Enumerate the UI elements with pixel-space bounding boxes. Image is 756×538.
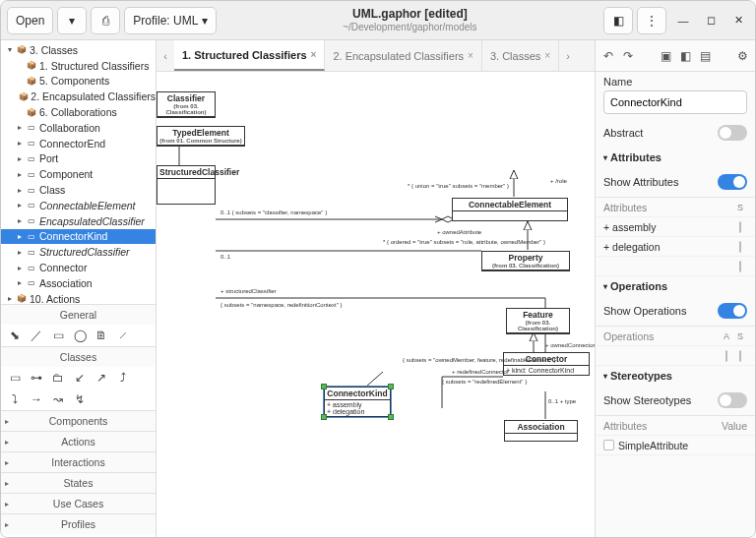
uml-connector[interactable]: Connector + kind: ConnectorKind — [503, 352, 590, 376]
align-3-button[interactable]: ▤ — [696, 47, 714, 65]
toolbox-profiles-head[interactable]: ▸Profiles — [1, 514, 156, 534]
attributes-section-head[interactable]: Attributes — [596, 148, 755, 167]
align-1-button[interactable]: ▣ — [657, 47, 674, 65]
tree-item[interactable]: ▸▭EncapsulatedClassifier — [1, 213, 156, 229]
connect-tool[interactable]: ⟋ — [115, 328, 131, 343]
uml-classifier[interactable]: Classifier(from 03. Classification) — [157, 91, 216, 118]
assoc-tool[interactable]: ↙ — [72, 370, 88, 386]
uml-property[interactable]: Property(from 03. Classification) — [481, 251, 570, 271]
show-operations-toggle[interactable] — [718, 303, 747, 319]
interface-tool[interactable]: ⊶ — [29, 370, 44, 386]
undo-button[interactable]: ↶ — [599, 47, 617, 65]
tab-close-icon[interactable]: × — [311, 49, 317, 60]
operations-section-head[interactable]: Operations — [596, 276, 755, 296]
gear-icon[interactable]: ⚙ — [733, 47, 751, 65]
tree-item[interactable]: ▸▭Port — [1, 151, 156, 167]
ops-row-empty[interactable] — [596, 346, 755, 366]
hamburger-menu[interactable]: ⋮ — [637, 7, 666, 34]
tab-classes[interactable]: 3. Classes× — [482, 40, 559, 71]
maximize-button[interactable]: ◻ — [700, 10, 722, 31]
tab-close-icon[interactable]: × — [468, 50, 473, 61]
tree-item[interactable]: ▸▭StructuredClassifier — [1, 244, 156, 260]
stereotypes-section-head[interactable]: Stereotypes — [596, 366, 755, 386]
uml-association[interactable]: Association — [504, 420, 578, 442]
stereo-row[interactable]: SimpleAttribute — [596, 436, 755, 455]
tab-next[interactable]: › — [559, 40, 577, 71]
open-button[interactable]: Open — [7, 7, 53, 34]
t8[interactable]: → — [29, 391, 44, 407]
diagram-tabs: ‹ 1. Structured Classifiers× 2. Encapsul… — [157, 40, 595, 72]
show-attributes-label: Show Attributes — [603, 176, 678, 188]
t9[interactable]: ↝ — [50, 391, 66, 407]
ellipse-tool[interactable]: ◯ — [72, 328, 88, 343]
tree-item[interactable]: ▸▭ConnectableElement — [1, 198, 156, 213]
align-2-button[interactable]: ◧ — [676, 47, 694, 65]
abstract-toggle[interactable] — [718, 125, 747, 141]
uml-typedelement[interactable]: TypedElement(from 01. Common Structure) — [157, 126, 245, 147]
edge-label: + redefinedConnector — [452, 369, 509, 375]
note-tool[interactable]: 🗎 — [94, 328, 109, 343]
model-tree[interactable]: ▾📦3. Classes📦1. Structured Classifiers📦5… — [1, 40, 156, 304]
tree-item[interactable]: ▸▭Collaboration — [1, 120, 156, 136]
tree-item[interactable]: ▸▭ConnectorKind — [1, 229, 156, 245]
dep-tool[interactable]: ⤴ — [115, 370, 131, 386]
edge-label: + ownedAttribute — [437, 229, 481, 235]
show-attributes-toggle[interactable] — [718, 174, 747, 190]
redo-button[interactable]: ↷ — [619, 47, 637, 65]
show-stereotypes-toggle[interactable] — [718, 392, 747, 408]
tab-prev[interactable]: ‹ — [157, 40, 174, 71]
tree-item[interactable]: 📦2. Encapsulated Classifiers — [1, 89, 156, 104]
package-tool[interactable]: 🗀 — [50, 370, 66, 386]
attr-row[interactable]: + delegation — [596, 237, 755, 257]
tree-item[interactable]: 📦1. Structured Classifiers — [1, 58, 156, 74]
t10[interactable]: ↯ — [72, 391, 88, 407]
tree-item[interactable]: ▸▭Component — [1, 166, 156, 182]
edge-label: { subsets = "redefinedElement" } — [442, 379, 527, 385]
tree-item[interactable]: ▸▭ConnectorEnd — [1, 136, 156, 151]
diagram-canvas[interactable]: Classifier(from 03. Classification) Stru… — [157, 72, 595, 537]
line-tool[interactable]: ／ — [29, 328, 44, 343]
uml-connectorkind[interactable]: ConnectorKind + assembly+ delegation — [324, 387, 391, 417]
tree-item[interactable]: 📦5. Components — [1, 74, 156, 90]
toolbox-interactions-head[interactable]: ▸Interactions — [1, 452, 156, 472]
edge-label: + /role — [550, 178, 567, 184]
profile-selector[interactable]: Profile: UML ▾ — [124, 7, 216, 34]
svg-line-12 — [366, 372, 383, 387]
tree-item[interactable]: ▾📦3. Classes — [1, 42, 156, 58]
tree-item[interactable]: 📦6. Collaborations — [1, 104, 156, 120]
tree-item[interactable]: ▸▭Connector — [1, 260, 156, 275]
minimize-button[interactable]: — — [672, 10, 694, 31]
box-tool[interactable]: ▭ — [50, 328, 66, 343]
t7[interactable]: ⤵ — [7, 391, 23, 407]
edge-label: { subsets = "ownedMember, feature, redef… — [403, 357, 556, 363]
open-dropdown[interactable]: ▾ — [57, 7, 87, 34]
close-button[interactable]: ✕ — [727, 10, 749, 31]
window-title: UML.gaphor [edited] ~/Development/gaphor… — [220, 8, 599, 31]
tab-encapsulated[interactable]: 2. Encapsulated Classifiers× — [325, 40, 482, 71]
uml-feature[interactable]: Feature(from 03. Classification) — [506, 308, 570, 334]
name-input[interactable] — [603, 90, 747, 114]
tab-close-icon[interactable]: × — [544, 50, 550, 61]
uml-connectableelement[interactable]: ConnectableElement — [452, 198, 568, 221]
attr-row[interactable]: + assembly — [596, 217, 755, 237]
uml-structuredclassifier[interactable]: StructuredClassifier — [157, 165, 216, 205]
attr-row-empty[interactable] — [596, 257, 755, 276]
new-diagram-button[interactable]: ⎙ — [91, 7, 120, 34]
view-mode-button[interactable]: ◧ — [603, 7, 633, 34]
edge-label: + structuredClassifier — [220, 288, 277, 294]
toolbox-general-head[interactable]: General — [1, 305, 156, 325]
toolbox-states-head[interactable]: ▸States — [1, 473, 156, 493]
edge-label: * { union = "true" subsets = "member" } — [408, 183, 509, 189]
toolbox-actions-head[interactable]: ▸Actions — [1, 432, 156, 451]
tree-item[interactable]: ▸▭Class — [1, 182, 156, 198]
toolbox-classes-head[interactable]: Classes — [1, 347, 156, 367]
tab-structured[interactable]: 1. Structured Classifiers× — [174, 40, 325, 71]
toolbox-usecases-head[interactable]: ▸Use Cases — [1, 494, 156, 513]
gen-tool[interactable]: ↗ — [94, 370, 109, 386]
toolbox-components-head[interactable]: ▸Components — [1, 411, 156, 431]
class-tool[interactable]: ▭ — [7, 370, 23, 386]
pointer-tool[interactable]: ⬊ — [7, 328, 23, 343]
edge-label: { subsets = "namespace, redefinitionCont… — [220, 302, 343, 308]
tree-item[interactable]: ▸📦10. Actions — [1, 291, 156, 304]
tree-item[interactable]: ▸▭Association — [1, 275, 156, 291]
